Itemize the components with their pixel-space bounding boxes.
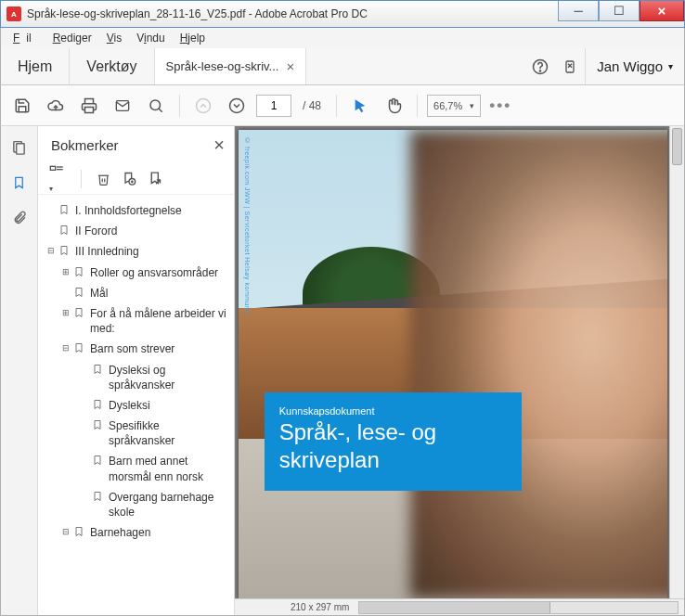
document-viewer: Kunnskapsdokument Språk-, lese- og skriv…: [235, 126, 684, 615]
h-scroll-thumb[interactable]: [359, 602, 550, 613]
cloud-icon[interactable]: [42, 92, 70, 120]
bookmark-icon: [92, 490, 105, 503]
expand-icon[interactable]: ⊞: [60, 307, 71, 318]
bookmark-icon: [92, 418, 105, 431]
bookmark-item[interactable]: ⊟Barnehagen: [38, 522, 234, 543]
menu-view[interactable]: Vis: [100, 30, 128, 46]
scrollbar-thumb[interactable]: [672, 128, 682, 165]
svg-rect-13: [50, 166, 55, 170]
mobile-icon[interactable]: [555, 48, 585, 84]
bookmark-item[interactable]: I. Innholdsfortegnelse: [38, 200, 234, 221]
page-up-icon[interactable]: [189, 92, 217, 120]
bookmark-item[interactable]: Barn med annet morsmål enn norsk: [38, 451, 234, 486]
bookmark-list[interactable]: I. InnholdsfortegnelseII Forord⊟III Innl…: [38, 195, 234, 615]
bookmark-icon: [73, 525, 86, 538]
print-icon[interactable]: [75, 92, 103, 120]
panel-close-icon[interactable]: ×: [213, 135, 225, 156]
collapse-icon[interactable]: ⊟: [45, 245, 57, 256]
document-tab[interactable]: Språk-lese-og-skriv... ×: [155, 48, 307, 84]
help-icon[interactable]: [525, 48, 555, 84]
menubar: Fil Rediger Vis Vindu Hjelp: [0, 28, 685, 48]
close-button[interactable]: ×: [640, 1, 684, 21]
bookmark-item[interactable]: Spesifikke språkvansker: [38, 416, 234, 451]
menu-window[interactable]: Vindu: [130, 30, 172, 46]
bookmark-label: Dysleksi og språkvansker: [109, 363, 230, 392]
bookmark-icon: [73, 341, 86, 354]
bookmark-item[interactable]: ⊞For å nå målene arbeider vi med:: [38, 303, 234, 339]
zoom-value: 66,7%: [433, 100, 462, 111]
user-menu[interactable]: Jan Wiggo ▾: [585, 48, 684, 84]
search-icon[interactable]: [142, 92, 170, 120]
mail-icon[interactable]: [109, 92, 136, 120]
minimize-button[interactable]: ─: [558, 1, 599, 21]
zoom-dropdown[interactable]: 66,7% ▾: [427, 95, 481, 117]
home-button[interactable]: Hjem: [1, 48, 70, 84]
thumbnails-icon[interactable]: [11, 139, 27, 156]
cover-subtitle: Kunnskapsdokument: [279, 405, 507, 417]
select-tool-icon[interactable]: [346, 92, 374, 120]
svg-rect-2: [566, 61, 574, 72]
bookmark-icon: [58, 203, 71, 216]
bookmark-icon: [73, 306, 86, 319]
vertical-scrollbar[interactable]: [669, 126, 684, 598]
svg-rect-12: [17, 144, 25, 154]
bookmark-icon: [73, 265, 86, 278]
bookmark-icon: [92, 454, 105, 467]
hand-tool-icon[interactable]: [380, 92, 407, 120]
svg-point-10: [230, 98, 244, 112]
collapse-icon[interactable]: ⊟: [60, 342, 71, 353]
page-down-icon[interactable]: [223, 92, 251, 120]
svg-point-1: [540, 70, 541, 71]
bookmark-label: Mål: [90, 286, 230, 301]
bookmark-item[interactable]: Dysleksi og språkvansker: [38, 360, 234, 395]
bookmark-item[interactable]: ⊟III Innledning: [38, 241, 234, 262]
cover-title: Språk-, lese- og skriveplan: [279, 418, 507, 474]
page-area[interactable]: Kunnskapsdokument Språk-, lese- og skriv…: [235, 126, 684, 598]
bookmark-label: I. Innholdsfortegnelse: [75, 203, 230, 218]
tab-label: Språk-lese-og-skriv...: [166, 59, 279, 73]
bookmark-icon: [58, 224, 71, 237]
bookmark-item[interactable]: ⊟Barn som strever: [38, 339, 234, 359]
bookmarks-icon[interactable]: [12, 174, 26, 191]
header-bar: Hjem Verktøy Språk-lese-og-skriv... × Ja…: [0, 48, 685, 85]
maximize-button[interactable]: ☐: [599, 1, 640, 21]
expand-icon[interactable]: ⊞: [60, 266, 71, 277]
chevron-down-icon: ▾: [470, 101, 474, 110]
delete-bookmark-icon[interactable]: [97, 172, 110, 186]
page-total: / 48: [303, 99, 321, 112]
window-title: Språk-lese-og-skriveplan_28-11-16_V25.pd…: [27, 7, 368, 20]
bookmark-label: Dysleksi: [109, 398, 230, 413]
menu-file[interactable]: Fil: [6, 30, 45, 46]
menu-edit[interactable]: Rediger: [46, 30, 98, 46]
toolbar: / 48 66,7% ▾ •••: [0, 85, 685, 126]
bookmark-label: Roller og ansvarsområder: [90, 265, 230, 280]
collapse-icon[interactable]: ⊟: [60, 526, 71, 537]
horizontal-scrollbar[interactable]: [358, 601, 679, 614]
bookmark-options-icon[interactable]: ▾: [47, 163, 66, 194]
bookmark-item[interactable]: Mål: [38, 283, 234, 303]
app-icon: A: [6, 6, 21, 21]
bookmark-item[interactable]: ⊞Roller og ansvarsområder: [38, 263, 234, 283]
tools-button[interactable]: Verktøy: [70, 48, 154, 84]
bookmark-label: Overgang barnehage skole: [109, 490, 230, 520]
panel-title: Bokmerker: [51, 137, 119, 153]
side-credit: © freepik.com JWW | Servicetorket Helsøy…: [244, 137, 251, 314]
svg-point-7: [150, 100, 161, 110]
bookmark-label: Spesifikke språkvansker: [109, 418, 230, 448]
chevron-down-icon: ▾: [668, 61, 673, 71]
new-bookmark-icon[interactable]: [122, 171, 136, 186]
attachments-icon[interactable]: [12, 210, 27, 226]
tab-close-icon[interactable]: ×: [286, 58, 294, 74]
status-bar: 210 x 297 mm: [235, 598, 684, 615]
menu-help[interactable]: Hjelp: [174, 30, 212, 46]
bookmark-item[interactable]: Overgang barnehage skole: [38, 487, 234, 522]
page-number-input[interactable]: [256, 95, 291, 117]
bookmark-item[interactable]: II Forord: [38, 221, 234, 241]
save-icon[interactable]: [8, 92, 36, 120]
more-tools-icon[interactable]: •••: [486, 92, 514, 120]
bookmark-item[interactable]: Dysleksi: [38, 395, 234, 416]
expand-bookmark-icon[interactable]: [148, 171, 163, 186]
svg-point-9: [197, 98, 211, 112]
bookmark-label: III Innledning: [75, 244, 230, 259]
window-titlebar: A Språk-lese-og-skriveplan_28-11-16_V25.…: [0, 0, 685, 28]
